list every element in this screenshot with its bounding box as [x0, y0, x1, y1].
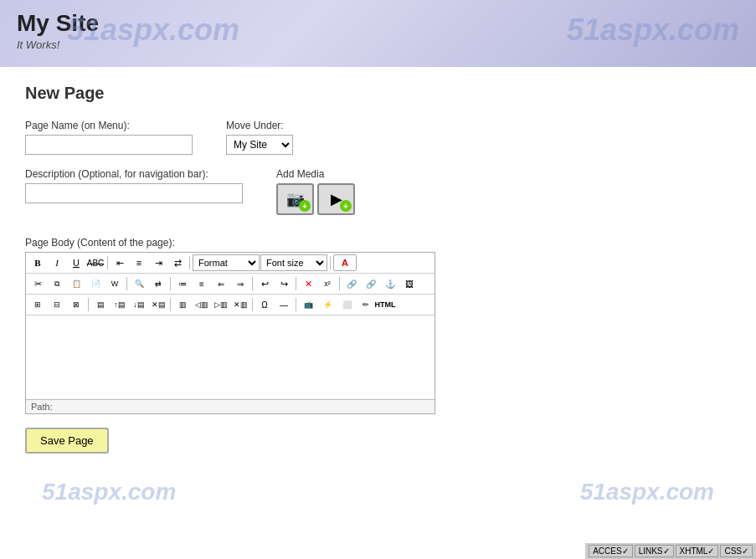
table-props-button[interactable]: ⊟ [48, 296, 66, 313]
align-center-button[interactable]: ≡ [130, 254, 148, 271]
bottom-watermark-left: 51aspx.com [42, 479, 176, 505]
indent-button[interactable]: ⇒ [231, 275, 249, 292]
align-justify-button[interactable]: ⇄ [168, 254, 187, 271]
insert-anchor-button[interactable]: ⚓ [381, 275, 399, 292]
insert-media-button[interactable]: 📺 [299, 296, 317, 313]
paste-text-button[interactable]: 📄 [86, 275, 105, 292]
editor-container: B I U ABC ⇤ ≡ ⇥ ⇄ Format Heading 1 Headi… [25, 252, 435, 414]
outdent-button[interactable]: ⇐ [212, 275, 230, 292]
align-right-button[interactable]: ⇥ [149, 254, 167, 271]
toolbar-row-1: B I U ABC ⇤ ≡ ⇥ ⇄ Format Heading 1 Headi… [26, 253, 435, 274]
media-buttons: 📷 + ▶ + [276, 183, 355, 215]
separator-11 [252, 298, 253, 311]
font-size-select[interactable]: Font size 8pt 10pt 12pt 14pt 18pt 24pt [260, 254, 327, 271]
replace-button[interactable]: ⇄ [149, 275, 167, 292]
form-mid-row: Description (Optional, for navigation ba… [25, 168, 731, 223]
site-tagline: It Works! [17, 38, 739, 51]
page-heading: New Page [25, 84, 731, 103]
insert-image-button[interactable]: 🖼 [400, 275, 419, 292]
separator-3 [330, 256, 331, 269]
delete-row-button[interactable]: ✕▤ [149, 296, 167, 313]
separator-4 [126, 277, 127, 290]
superscript-button[interactable]: x² [318, 275, 337, 292]
format-select[interactable]: Format Heading 1 Heading 2 Paragraph [193, 254, 260, 271]
insert-col-before-button[interactable]: ◁▥ [193, 296, 211, 313]
editor-path: Path: [26, 399, 435, 413]
insert-row-before-button[interactable]: ↑▤ [111, 296, 129, 313]
insert-hr-button[interactable]: — [275, 296, 293, 313]
separator-8 [339, 277, 340, 290]
remove-format-button[interactable]: ✕ [299, 275, 317, 292]
text-color-button[interactable]: A [333, 254, 357, 271]
redo-button[interactable]: ↪ [275, 275, 293, 292]
ordered-list-button[interactable]: ≡ [193, 275, 211, 292]
separator-5 [170, 277, 171, 290]
delete-table-button[interactable]: ⊠ [67, 296, 85, 313]
edit-link-button[interactable]: ✏ [357, 296, 375, 313]
plus-badge-photo: + [299, 200, 311, 212]
bold-button[interactable]: B [28, 254, 47, 271]
description-label: Description (Optional, for navigation ba… [25, 168, 243, 180]
bottom-watermark-right: 51aspx.com [580, 479, 714, 505]
page-body-label: Page Body (Content of the page): [25, 237, 731, 249]
main-content: New Page Page Name (on Menu): Move Under… [0, 67, 756, 531]
site-header: 51aspx.com My Site It Works! 51aspx.com [0, 0, 756, 67]
move-under-select[interactable]: My Site [226, 135, 293, 155]
insert-special-char-button[interactable]: Ω [255, 296, 274, 313]
cut-button[interactable]: ✂ [28, 275, 47, 292]
save-page-button[interactable]: Save Page [25, 428, 109, 454]
paste-word-button[interactable]: W [105, 275, 124, 292]
editor-body[interactable] [26, 315, 435, 399]
toolbar-row-3: ⊞ ⊟ ⊠ ▤ ↑▤ ↓▤ ✕▤ ▥ ◁▥ ▷▥ ✕▥ Ω — 📺 ⚡ ⬜ ✏ … [26, 295, 435, 315]
plus-badge-video: + [340, 200, 352, 212]
delete-col-button[interactable]: ✕▥ [231, 296, 249, 313]
page-name-label: Page Name (on Menu): [25, 120, 193, 131]
unordered-list-button[interactable]: ≔ [173, 275, 192, 292]
page-name-group: Page Name (on Menu): [25, 120, 193, 155]
move-under-group: Move Under: My Site [226, 120, 293, 155]
add-photo-button[interactable]: 📷 + [276, 183, 314, 215]
find-button[interactable]: 🔍 [130, 275, 148, 292]
separator-1 [107, 256, 108, 269]
strikethrough-button[interactable]: ABC [86, 254, 105, 271]
insert-row-after-button[interactable]: ↓▤ [130, 296, 148, 313]
insert-link-button[interactable]: 🔗 [342, 275, 361, 292]
page-name-input[interactable] [25, 135, 193, 155]
row-props-button[interactable]: ▤ [91, 296, 110, 313]
separator-9 [88, 298, 89, 311]
bottom-watermarks: 51aspx.com 51aspx.com [25, 470, 731, 514]
undo-button[interactable]: ↩ [255, 275, 274, 292]
paste-button[interactable]: 📋 [67, 275, 85, 292]
separator-2 [189, 256, 190, 269]
remove-link-button[interactable]: 🔗 [362, 275, 380, 292]
html-source-button[interactable]: HTML [376, 296, 394, 313]
form-top-row: Page Name (on Menu): Move Under: My Site [25, 120, 731, 155]
add-media-label: Add Media [276, 168, 355, 180]
add-media-section: Add Media 📷 + ▶ + [276, 168, 355, 215]
separator-6 [252, 277, 253, 290]
move-under-label: Move Under: [226, 120, 293, 131]
align-left-button[interactable]: ⇤ [111, 254, 129, 271]
description-input[interactable] [25, 183, 243, 203]
copy-button[interactable]: ⧉ [48, 275, 66, 292]
description-group: Description (Optional, for navigation ba… [25, 168, 243, 203]
separator-12 [296, 298, 296, 311]
separator-10 [170, 298, 171, 311]
underline-button[interactable]: U [67, 254, 85, 271]
italic-button[interactable]: I [48, 254, 66, 271]
col-props-button[interactable]: ▥ [173, 296, 192, 313]
add-video-button[interactable]: ▶ + [317, 183, 355, 215]
insert-table-button[interactable]: ⊞ [28, 296, 47, 313]
site-title: My Site [17, 10, 739, 37]
toolbar-row-2: ✂ ⧉ 📋 📄 W 🔍 ⇄ ≔ ≡ ⇐ ⇒ ↩ ↪ ✕ x² 🔗 🔗 ⚓ 🖼 [26, 274, 435, 295]
flash-button[interactable]: ⚡ [318, 296, 337, 313]
remove-link2-button[interactable]: ⬜ [337, 296, 356, 313]
insert-col-after-button[interactable]: ▷▥ [212, 296, 230, 313]
separator-7 [296, 277, 296, 290]
